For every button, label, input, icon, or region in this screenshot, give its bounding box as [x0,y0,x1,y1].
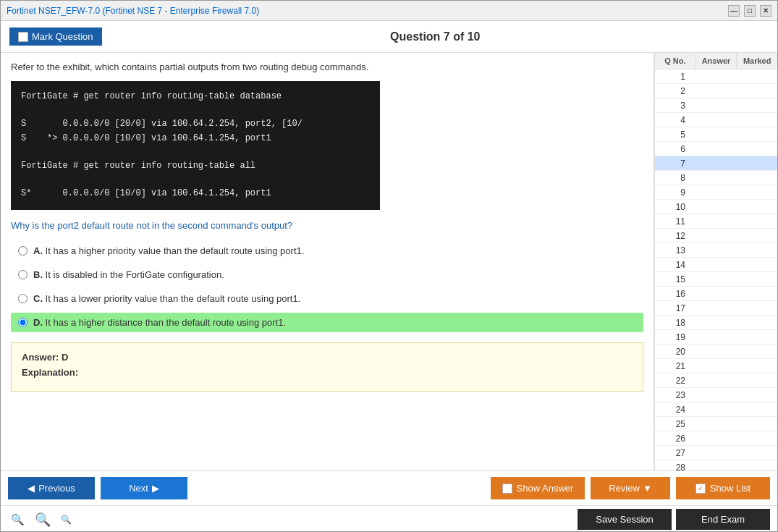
status-bar: 🔍 🔍 🔍 Save Session End Exam [1,505,777,532]
col-header-qno: Q No. [655,53,696,69]
answer-option-b[interactable]: B. It is disabled in the FortiGate confi… [11,265,643,284]
question-list-item[interactable]: 16 [655,287,777,301]
question-list-item[interactable]: 19 [655,330,777,345]
question-list-item[interactable]: 24 [655,402,777,417]
question-list-item[interactable]: 25 [655,417,777,431]
content-area: Refer to the exhibit, which contains par… [1,53,777,470]
answer-option-d[interactable]: D. It has a higher distance than the def… [11,313,643,332]
zoom-in-button[interactable]: 🔍 [58,513,75,526]
question-list-item[interactable]: 18 [655,316,777,330]
question-list-item[interactable]: 14 [655,258,777,272]
window-controls: — □ ✕ [728,5,771,17]
question-list-item[interactable]: 5 [655,127,777,142]
answer-label-c: C. It has a lower priority value than th… [33,293,300,304]
terminal-line-6: FortiGate # get router info routing-tabl… [21,159,370,173]
question-list-item[interactable]: 23 [655,388,777,402]
next-button[interactable]: Next ▶ [101,477,187,499]
question-list-item[interactable]: 3 [655,98,777,113]
question-list-item[interactable]: 20 [655,345,777,359]
terminal-line-3: S 0.0.0.0/0 [20/0] via 100.64.2.254, por… [21,117,370,131]
zoom-normal-button[interactable]: 🔍 [32,510,54,529]
maximize-button[interactable]: □ [744,5,756,17]
question-list-item[interactable]: 9 [655,185,777,200]
title-bar: Fortinet NSE7_EFW-7.0 (Fortinet NSE 7 - … [1,1,777,21]
terminal-line-4: S *> 0.0.0.0/0 [10/0] via 100.64.1.254, … [21,132,370,145]
question-list-item[interactable]: 22 [655,373,777,388]
q-number: 19 [655,332,691,342]
review-label: Review [609,483,640,494]
q-number: 24 [655,405,691,415]
title-link[interactable]: Fortinet NSE7_EFW-7.0 (Fortinet NSE 7 - … [7,6,259,16]
q-number: 6 [655,144,691,154]
question-list-item[interactable]: 8 [655,171,777,185]
radio-d[interactable] [18,318,28,327]
radio-b[interactable] [18,270,28,279]
q-number: 18 [655,318,691,328]
question-list-item[interactable]: 26 [655,431,777,446]
answer-option-c[interactable]: C. It has a lower priority value than th… [11,289,643,308]
terminal-line-5 [21,145,370,159]
mark-question-button[interactable]: Mark Question [9,28,102,46]
q-number: 26 [655,434,691,444]
q-number: 2 [655,86,691,96]
question-text: Why is the port2 default route not in th… [11,220,643,231]
q-number: 28 [655,463,691,471]
question-list-item[interactable]: 2 [655,84,777,98]
bottom-navigation: ◀ Previous Next ▶ Show Answer Review ▼ ✓… [1,470,777,505]
q-number: 13 [655,245,691,256]
question-list-item[interactable]: 12 [655,229,777,243]
end-exam-button[interactable]: End Exam [676,509,770,530]
q-number: 12 [655,231,691,241]
main-panel: Refer to the exhibit, which contains par… [1,53,654,470]
q-number: 17 [655,303,691,313]
terminal-line-1: FortiGate # get router info routing-tabl… [21,90,370,104]
next-label: Next [129,483,148,494]
col-header-answer: Answer [696,53,737,69]
question-list-item[interactable]: 28 [655,460,777,470]
question-list-item[interactable]: 7 [655,156,777,171]
q-number: 10 [655,202,691,212]
show-list-checkbox-icon: ✓ [695,484,706,494]
q-number: 23 [655,390,691,400]
answer-option-a[interactable]: A. It has a higher priority value than t… [11,241,643,261]
terminal-line-7 [21,173,370,187]
q-number: 9 [655,187,691,198]
q-number: 20 [655,347,691,357]
col-header-marked: Marked [737,53,777,69]
answer-label-b: B. It is disabled in the FortiGate confi… [33,269,224,280]
terminal-line-2 [21,104,370,117]
question-list-item[interactable]: 6 [655,142,777,156]
answer-label-a: A. It has a higher priority value than t… [33,245,304,256]
q-number: 7 [655,159,691,169]
show-answer-checkbox-icon [502,484,512,494]
question-list-item[interactable]: 10 [655,200,777,214]
right-panel-header: Q No. Answer Marked [655,53,777,69]
question-list-item[interactable]: 27 [655,446,777,460]
question-list: 1 2 3 4 5 6 7 8 [655,69,777,470]
radio-c[interactable] [18,294,28,303]
show-list-label: Show List [710,483,750,494]
show-answer-button[interactable]: Show Answer [491,477,585,499]
question-list-item[interactable]: 17 [655,301,777,316]
q-number: 11 [655,216,691,227]
answer-explanation-box: Answer: D Explanation: [11,342,643,392]
show-list-button[interactable]: ✓ Show List [676,477,770,499]
q-number: 16 [655,289,691,299]
question-list-item[interactable]: 13 [655,243,777,258]
q-number: 3 [655,101,691,111]
main-container: Mark Question Question 7 of 10 Refer to … [1,21,777,532]
radio-a[interactable] [18,246,28,256]
close-button[interactable]: ✕ [760,5,771,17]
zoom-out-button[interactable]: 🔍 [8,512,28,528]
question-list-item[interactable]: 21 [655,359,777,373]
q-number: 22 [655,376,691,386]
review-button[interactable]: Review ▼ [591,477,670,499]
question-list-item[interactable]: 4 [655,113,777,127]
question-list-item[interactable]: 15 [655,272,777,287]
question-list-item[interactable]: 1 [655,69,777,84]
question-list-item[interactable]: 11 [655,214,777,229]
previous-button[interactable]: ◀ Previous [8,477,95,499]
save-session-label: Save Session [596,514,654,525]
minimize-button[interactable]: — [728,5,740,17]
save-session-button[interactable]: Save Session [578,509,672,530]
